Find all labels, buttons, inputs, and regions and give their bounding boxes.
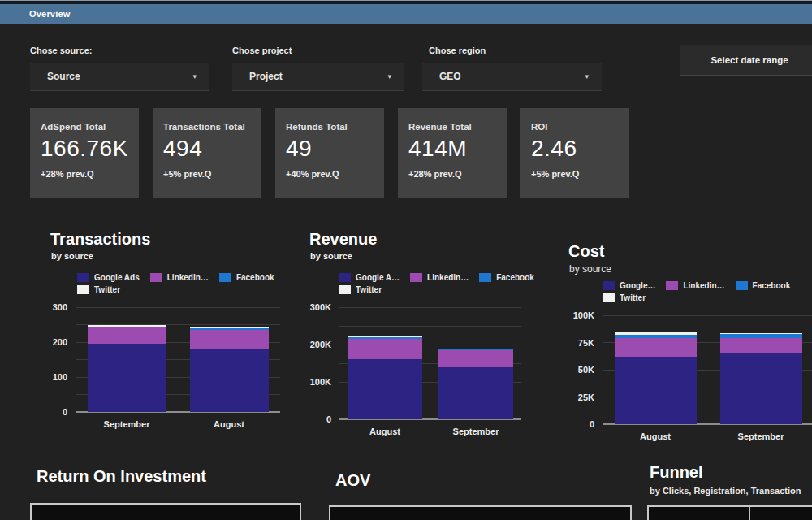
aov-section-title: AOV	[335, 471, 370, 490]
chevron-down-icon: ▾	[192, 72, 197, 80]
chart-subtitle: by source	[51, 251, 93, 261]
bar-segment-twitter	[88, 325, 166, 327]
x-axis-category-label: September	[76, 418, 178, 430]
bar-segment-linkedin	[615, 338, 697, 357]
bar-segment-facebook	[88, 327, 166, 327]
bar-segment-facebook	[438, 349, 513, 350]
y-axis-tick-label: 200	[50, 336, 67, 348]
bar-segment-twitter	[438, 349, 513, 349]
legend-label: Twitter	[356, 285, 382, 294]
legend-label: Twitter	[94, 285, 120, 294]
source-dropdown[interactable]: Source ▾	[30, 63, 209, 91]
legend-label: Twitter	[620, 293, 646, 302]
kpi-title: Transactions Total	[163, 122, 261, 132]
project-dropdown[interactable]: Project ▾	[232, 63, 404, 91]
legend-swatch-icon	[219, 273, 231, 282]
funnel-section-title: Funnel	[650, 463, 703, 482]
legend-label: Google Ads	[94, 273, 140, 282]
kpi-card-transactions: Transactions Total 494 +5% prev.Q	[153, 108, 261, 198]
region-dropdown-value: GEO	[439, 71, 461, 82]
gridline	[603, 315, 812, 316]
chart-subtitle: by source	[310, 251, 352, 261]
kpi-title: Revenue Total	[408, 122, 507, 132]
report-tab-bar: Overview	[0, 4, 812, 24]
legend-label: Google…	[620, 281, 655, 290]
kpi-delta: +5% prev.Q	[531, 169, 629, 179]
chart-title: Transactions	[50, 230, 150, 249]
legend-item: Linkedin…	[666, 281, 724, 290]
y-axis-tick-label: 300	[50, 301, 67, 313]
legend-item: Facebook	[219, 273, 274, 282]
y-axis-tick-label: 100K	[568, 310, 594, 321]
tab-overview[interactable]: Overview	[29, 9, 71, 19]
gridline	[339, 307, 521, 308]
transactions-chart: Transactions by source Google AdsLinkedi…	[50, 226, 286, 457]
legend-item: Twitter	[339, 285, 382, 294]
legend-swatch-icon	[666, 281, 678, 290]
funnel-chart-box	[647, 505, 812, 520]
legend-label: Facebook	[753, 281, 791, 290]
x-axis-category-label: September	[430, 426, 521, 437]
cost-chart: Cost by source Google…Linkedin…FacebookT…	[568, 238, 812, 470]
bar-segment-google-ads	[88, 344, 166, 412]
legend-item: Google…	[603, 281, 655, 290]
legend-label: Facebook	[496, 273, 534, 282]
y-axis-tick-label: 25K	[568, 392, 594, 403]
chart-legend: Google AdsLinkedin…FacebookTwitter	[77, 273, 274, 297]
chart-title: Cost	[568, 242, 604, 261]
chart-legend: Google A…Linkedin…FacebookTwitter	[339, 273, 534, 297]
bar-segment-google-ads	[615, 357, 697, 424]
legend-swatch-icon	[77, 273, 89, 282]
plot-area	[339, 307, 521, 419]
source-dropdown-value: Source	[47, 71, 80, 82]
plot-area	[603, 315, 812, 424]
legend-item: Google A…	[339, 273, 400, 282]
bar-segment-linkedin	[438, 350, 513, 367]
kpi-value: 49	[286, 136, 384, 162]
legend-label: Facebook	[236, 273, 274, 282]
chart-subtitle: by source	[569, 263, 611, 275]
bar-segment-google-ads	[190, 349, 269, 412]
kpi-value: 2.46	[531, 136, 629, 162]
x-axis-category-label: September	[708, 431, 812, 442]
x-axis-category-label: August	[339, 426, 430, 437]
kpi-title: AdSpend Total	[41, 122, 139, 132]
y-axis-tick-label: 100K	[309, 376, 331, 388]
y-axis-tick-label: 100	[50, 371, 67, 383]
bar-segment-linkedin	[190, 330, 269, 349]
kpi-row: AdSpend Total 166.76K +28% prev.Q Transa…	[30, 108, 629, 198]
region-dropdown[interactable]: GEO ▾	[422, 63, 602, 91]
select-date-range-button[interactable]: Select date range	[680, 46, 812, 76]
select-date-range-label: Select date range	[710, 55, 788, 65]
chevron-down-icon: ▾	[585, 72, 589, 80]
kpi-value: 414M	[408, 136, 507, 162]
gridline	[339, 326, 521, 327]
legend-item: Twitter	[603, 293, 646, 302]
legend-swatch-icon	[339, 273, 351, 282]
chart-legend: Google…Linkedin…FacebookTwitter	[603, 281, 790, 306]
bar-segment-facebook	[720, 334, 802, 338]
roi-chart-box	[30, 503, 301, 520]
kpi-card-roi: ROI 2.46 +5% prev.Q	[520, 108, 629, 198]
bar-segment-google-ads	[720, 353, 802, 424]
legend-item: Linkedin…	[150, 273, 209, 282]
x-axis-category-label: August	[603, 431, 708, 442]
kpi-title: ROI	[531, 122, 629, 132]
bar-segment-twitter	[720, 333, 802, 334]
bar-segment-twitter	[190, 327, 269, 328]
bar-segment-linkedin	[720, 338, 802, 353]
bar-segment-twitter	[615, 332, 697, 335]
kpi-delta: +5% prev.Q	[163, 169, 261, 179]
project-filter-label: Chose project	[232, 46, 292, 55]
revenue-chart: Revenue by source Google A…Linkedin…Face…	[309, 226, 537, 457]
kpi-title: Refunds Total	[286, 122, 384, 132]
legend-swatch-icon	[603, 293, 615, 302]
region-filter-label: Chose region	[429, 46, 486, 55]
roi-section-title: Return On Investment	[37, 467, 206, 486]
kpi-delta: +28% prev.Q	[408, 169, 507, 179]
legend-swatch-icon	[736, 281, 748, 290]
plot-area	[76, 307, 280, 412]
legend-item: Twitter	[77, 285, 120, 294]
bar-segment-linkedin	[88, 327, 166, 344]
legend-item: Google Ads	[77, 273, 140, 282]
